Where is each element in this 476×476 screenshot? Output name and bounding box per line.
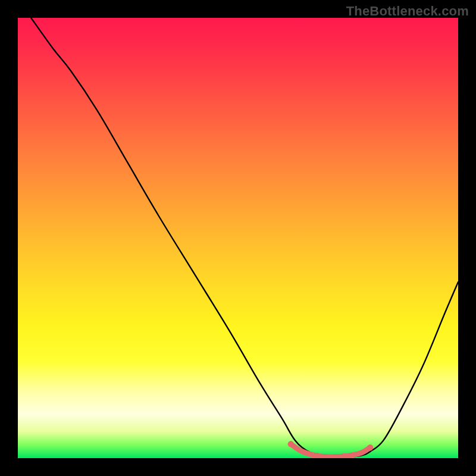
watermark-text: TheBottleneck.com	[346, 4, 469, 19]
chart-container: TheBottleneck.com	[0, 0, 476, 476]
svg-point-2	[306, 451, 311, 456]
plot-area	[18, 18, 458, 458]
highlight-trough	[288, 441, 374, 458]
svg-point-0	[288, 441, 294, 447]
svg-point-1	[297, 447, 302, 452]
svg-point-9	[367, 444, 373, 450]
svg-point-8	[359, 450, 364, 455]
main-curve	[31, 18, 458, 457]
chart-svg	[18, 18, 458, 458]
svg-point-7	[350, 453, 355, 458]
